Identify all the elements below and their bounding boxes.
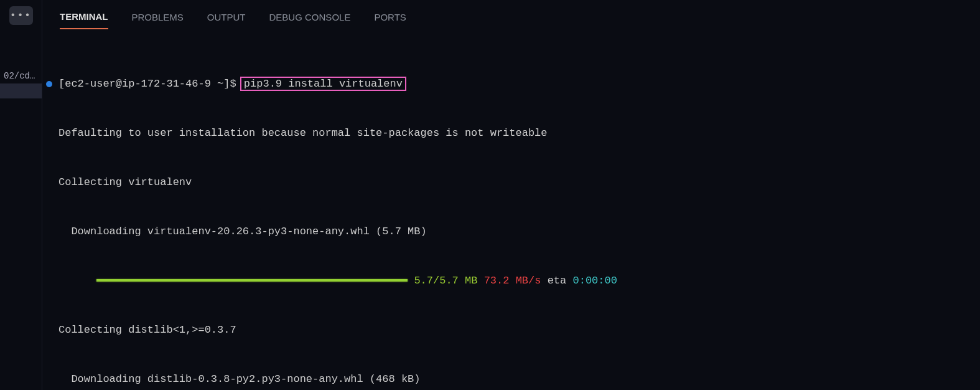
- tab-ports[interactable]: PORTS: [374, 8, 406, 29]
- terminal-output[interactable]: [ec2-user@ip-172-31-46-9 ~]$ pip3.9 inst…: [42, 29, 980, 390]
- terminal-line: Collecting virtualenv: [45, 174, 980, 191]
- terminal-line: Downloading virtualenv-20.26.3-py3-none-…: [45, 224, 980, 240]
- terminal-line: [ec2-user@ip-172-31-46-9 ~]$ pip3.9 inst…: [45, 76, 980, 92]
- terminal-line: Downloading distlib-0.3.8-py2.py3-none-a…: [45, 371, 980, 388]
- progress-eta: 0:00:00: [572, 275, 617, 287]
- tab-debug-console[interactable]: DEBUG CONSOLE: [269, 8, 351, 29]
- more-actions-button[interactable]: •••: [9, 6, 33, 25]
- progress-size: 5.7/5.7 MB: [414, 275, 477, 287]
- tab-output[interactable]: OUTPUT: [207, 8, 246, 29]
- progress-eta-label: eta: [541, 275, 572, 287]
- tab-problems[interactable]: PROBLEMS: [132, 8, 184, 29]
- activity-sidebar: ••• 02/cd…: [0, 0, 42, 390]
- terminal-line: 5.7/5.7 MB 73.2 MB/s eta 0:00:00: [45, 273, 980, 289]
- explorer-file-item[interactable]: 02/cd…: [0, 69, 42, 83]
- progress-bar: [96, 279, 408, 282]
- explorer-panel: 02/cd…: [0, 69, 42, 98]
- tab-terminal[interactable]: TERMINAL: [60, 7, 108, 29]
- terminal-line: Collecting distlib<1,>=0.3.7: [45, 322, 980, 338]
- terminal-line: Defaulting to user installation because …: [45, 125, 980, 141]
- main-panel: TERMINAL PROBLEMS OUTPUT DEBUG CONSOLE P…: [42, 0, 980, 390]
- highlight-command: pip3.9 install virtualenv: [240, 77, 406, 91]
- panel-tabs: TERMINAL PROBLEMS OUTPUT DEBUG CONSOLE P…: [42, 0, 980, 29]
- explorer-file-item-selected[interactable]: [0, 83, 42, 98]
- shell-prompt: [ec2-user@ip-172-31-46-9 ~]$: [58, 78, 243, 90]
- progress-speed: 73.2 MB/s: [484, 275, 541, 287]
